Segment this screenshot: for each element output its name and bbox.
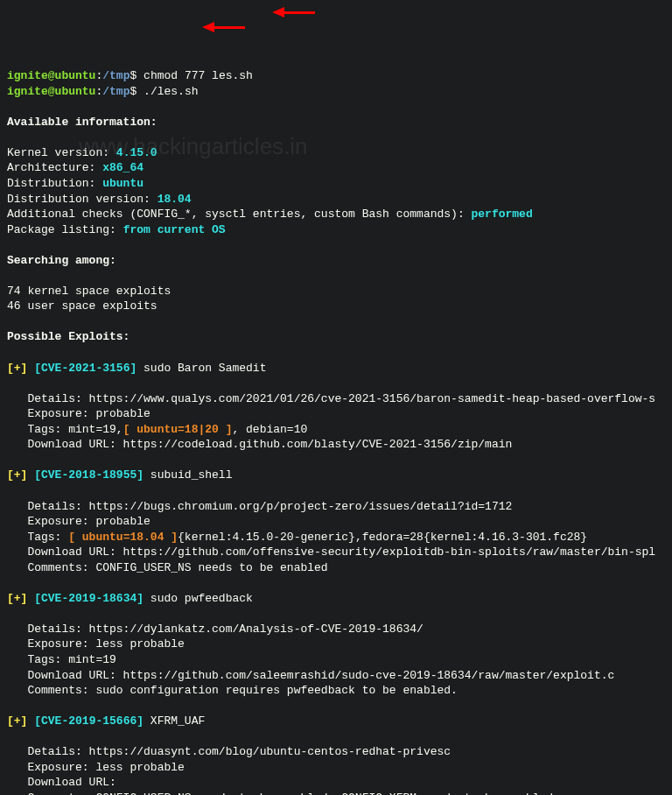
exploit-cve: [CVE-2019-15666] xyxy=(34,714,144,728)
exploit-exposure: Exposure: less probable xyxy=(7,761,185,774)
distver-value: 18.04 xyxy=(158,193,192,206)
section-heading-exploits: Possible Exploits: xyxy=(7,330,130,343)
exploit-cve: [CVE-2021-3156] xyxy=(34,362,136,375)
exploit-tags-hl: [ ubuntu=18|20 ] xyxy=(123,423,233,436)
exploit-download: Download URL: https://github.com/offensi… xyxy=(7,545,655,559)
command-run: ./les.sh xyxy=(144,85,198,98)
exploit-plus: [+] xyxy=(7,468,34,482)
prompt-dollar: $ xyxy=(130,69,136,82)
kernel-label: Kernel version: xyxy=(7,146,116,159)
exploit-plus: [+] xyxy=(7,362,34,375)
exploit-plus: [+] xyxy=(7,592,34,605)
exploit-tags-post: {kernel:4.15.0-20-generic},fedora=28{ker… xyxy=(178,531,587,544)
terminal-output: ignite@ubuntu:/tmp$ chmod 777 les.sh ign… xyxy=(7,68,665,795)
section-heading-searching: Searching among: xyxy=(7,254,116,267)
exploit-details: Details: https://duasynt.com/blog/ubuntu… xyxy=(7,745,451,758)
exploit-download: Download URL: https://github.com/saleemr… xyxy=(7,669,614,682)
exploit-name: subuid_shell xyxy=(144,468,232,482)
exploit-tags-post: , debian=10 xyxy=(232,423,307,436)
exploit-tags: Tags: mint=19 xyxy=(7,653,116,666)
arrow-annotation-icon xyxy=(214,26,245,29)
exploit-name: XFRM_UAF xyxy=(144,714,205,728)
exploit-exposure: Exposure: probable xyxy=(7,515,150,528)
pkg-value: from current OS xyxy=(123,223,226,236)
prompt-path: /tmp xyxy=(102,69,130,82)
prompt-path: /tmp xyxy=(102,85,130,98)
exploit-tags-hl: [ ubuntu=18.04 ] xyxy=(68,531,178,544)
search-kernel: 74 kernel space exploits xyxy=(7,285,171,298)
exploit-details: Details: https://dylankatz.com/Analysis-… xyxy=(7,623,424,636)
exploit-comments: Comments: CONFIG_USER_NS needs to be ena… xyxy=(7,561,328,574)
exploit-cve: [CVE-2019-18634] xyxy=(34,592,144,605)
dist-label: Distribution: xyxy=(7,177,102,190)
section-heading-available: Available information: xyxy=(7,116,158,129)
addchecks-label: Additional checks (CONFIG_*, sysctl entr… xyxy=(7,208,472,221)
arrow-annotation-icon xyxy=(284,11,315,14)
arrow-head-icon xyxy=(202,22,214,32)
exploit-name: sudo pwfeedback xyxy=(144,592,253,605)
arch-label: Architecture: xyxy=(7,161,102,174)
exploit-name: sudo Baron Samedit xyxy=(136,362,266,375)
search-user: 46 user space exploits xyxy=(7,299,158,313)
distver-label: Distribution version: xyxy=(7,193,158,206)
exploit-exposure: Exposure: probable xyxy=(7,407,150,420)
exploit-download: Download URL: xyxy=(7,776,123,789)
exploit-plus: [+] xyxy=(7,714,34,728)
exploit-comments: Comments: sudo configuration requires pw… xyxy=(7,684,458,697)
exploit-download: Download URL: https://codeload.github.co… xyxy=(7,438,512,451)
prompt-dollar: $ xyxy=(130,85,136,98)
arrow-head-icon xyxy=(272,7,284,18)
exploit-tags-pre: Tags: mint=19, xyxy=(7,423,123,436)
addchecks-value: performed xyxy=(472,208,533,221)
prompt-user: ignite@ubuntu xyxy=(7,85,95,98)
exploit-cve: [CVE-2018-18955] xyxy=(34,468,144,482)
pkg-label: Package listing: xyxy=(7,223,123,236)
exploit-details: Details: https://www.qualys.com/2021/01/… xyxy=(7,392,655,405)
exploit-details: Details: https://bugs.chromium.org/p/pro… xyxy=(7,500,512,513)
command-chmod: chmod 777 les.sh xyxy=(144,69,253,82)
exploit-exposure: Exposure: less probable xyxy=(7,637,185,651)
kernel-value: 4.15.0 xyxy=(116,146,158,159)
exploit-tags-pre: Tags: xyxy=(7,531,68,544)
prompt-user: ignite@ubuntu xyxy=(7,69,95,82)
exploit-comments: Comments: CONFIG_USER_NS needs to be ena… xyxy=(7,791,553,795)
arch-value: x86_64 xyxy=(102,161,144,174)
dist-value: ubuntu xyxy=(102,177,144,190)
